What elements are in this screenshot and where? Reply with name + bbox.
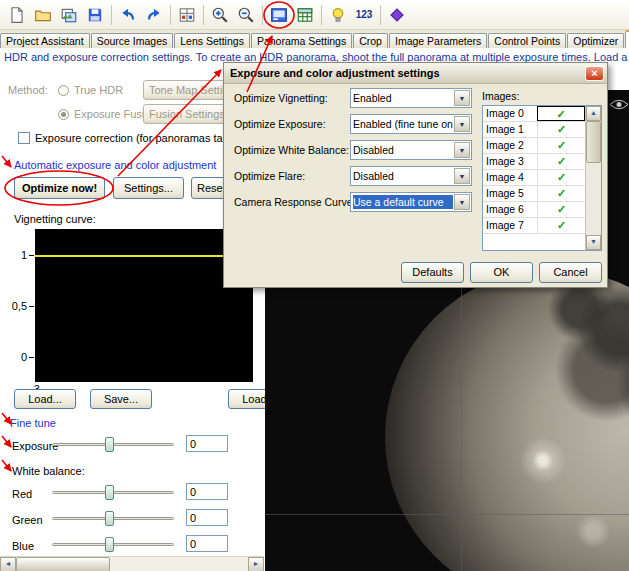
- numeric-values-button[interactable]: 123: [352, 3, 376, 27]
- optimize-vignetting-combo[interactable]: Enabled▼: [350, 88, 472, 108]
- image-list-row[interactable]: Image 6✓: [483, 202, 585, 218]
- images-list[interactable]: Image 0✓ Image 1✓ Image 2✓ Image 3✓ Imag…: [482, 105, 602, 251]
- red-input[interactable]: [186, 483, 228, 500]
- zoom-out-button[interactable]: [234, 3, 258, 27]
- numeric-123-icon: 123: [356, 9, 373, 20]
- image-name: Image 3: [486, 154, 524, 169]
- green-slider-thumb[interactable]: [105, 511, 114, 526]
- image-enabled-cell[interactable]: ✓: [537, 122, 585, 137]
- add-images-button[interactable]: [57, 3, 81, 27]
- red-slider-thumb[interactable]: [105, 485, 114, 500]
- image-enabled-cell[interactable]: ✓: [537, 138, 585, 153]
- horizontal-scrollbar[interactable]: ◄ ►: [0, 556, 264, 571]
- tone-map-settings-button[interactable]: Tone Map Settings...: [143, 80, 227, 100]
- image-enabled-cell[interactable]: ✓: [537, 186, 585, 201]
- image-enabled-cell[interactable]: ✓: [537, 202, 585, 217]
- optimize-white-balance-combo[interactable]: Disabled▼: [350, 140, 472, 160]
- image-enabled-cell[interactable]: ✓: [537, 154, 585, 169]
- new-project-button[interactable]: [5, 3, 29, 27]
- image-list-row[interactable]: Image 3✓: [483, 154, 585, 170]
- image-table-button[interactable]: [175, 3, 199, 27]
- optimize-white-balance-value: Disabled: [353, 143, 453, 157]
- tab-optimizer[interactable]: Optimizer: [567, 33, 624, 48]
- chevron-down-icon[interactable]: ▼: [454, 90, 470, 106]
- chevron-down-icon[interactable]: ▼: [454, 168, 470, 184]
- toolbar-separator: [170, 5, 171, 25]
- image-name: Image 2: [486, 138, 524, 153]
- ok-button[interactable]: OK: [470, 262, 533, 283]
- image-list-row[interactable]: Image 5✓: [483, 186, 585, 202]
- image-name: Image 6: [486, 202, 524, 217]
- images-list-scrollbar[interactable]: ▲ ▼: [585, 106, 601, 250]
- tab-control-points[interactable]: Control Points: [488, 33, 566, 48]
- tab-exposure-hdr[interactable]: Exposure / HDR: [625, 30, 629, 48]
- optimize-now-button[interactable]: Optimize now!: [14, 177, 105, 199]
- optimize-flare-combo[interactable]: Disabled▼: [350, 166, 472, 186]
- chevron-down-icon[interactable]: ▼: [454, 142, 470, 158]
- load-curve-button[interactable]: Load...: [14, 389, 76, 409]
- green-slider[interactable]: [52, 510, 174, 527]
- blue-input[interactable]: [186, 535, 228, 552]
- save-floppy-icon: [86, 6, 104, 24]
- image-name: Image 7: [486, 218, 524, 233]
- fusion-settings-button[interactable]: Fusion Settings...: [143, 104, 227, 124]
- exposure-slider-thumb[interactable]: [105, 437, 114, 452]
- tab-project-assistant[interactable]: Project Assistant: [0, 33, 90, 48]
- image-enabled-cell[interactable]: ✓: [537, 170, 585, 185]
- tab-lens-settings[interactable]: Lens Settings: [174, 33, 250, 48]
- redo-button[interactable]: [142, 3, 166, 27]
- chevron-down-icon[interactable]: ▼: [454, 194, 470, 210]
- undo-button[interactable]: [116, 3, 140, 27]
- scroll-up-button[interactable]: ▲: [586, 106, 601, 121]
- tab-crop[interactable]: Crop: [353, 33, 388, 48]
- settings-button[interactable]: Settings...: [113, 177, 184, 199]
- scroll-right-button[interactable]: ►: [248, 557, 264, 571]
- detail-table-button[interactable]: [293, 3, 317, 27]
- tab-panorama-settings[interactable]: Panorama Settings: [251, 33, 352, 48]
- true-hdr-radio[interactable]: [58, 85, 69, 96]
- image-enabled-cell[interactable]: ✓: [537, 218, 585, 233]
- tab-bar: Project Assistant Source Images Lens Set…: [0, 30, 629, 48]
- exposure-input[interactable]: [186, 435, 228, 452]
- image-enabled-cell[interactable]: ✓: [537, 106, 585, 121]
- tab-image-parameters[interactable]: Image Parameters: [389, 33, 487, 48]
- scrollbar-thumb[interactable]: [586, 121, 601, 163]
- image-list-row[interactable]: Image 0✓: [483, 106, 585, 122]
- image-list-row[interactable]: Image 2✓: [483, 138, 585, 154]
- green-input[interactable]: [186, 509, 228, 526]
- blue-slider[interactable]: [52, 536, 174, 553]
- image-list-row[interactable]: Image 7✓: [483, 218, 585, 234]
- zoom-in-button[interactable]: [208, 3, 232, 27]
- vignetting-ytick-label: 0: [21, 351, 27, 363]
- panorama-editor-button[interactable]: [267, 3, 291, 27]
- optimize-exposure-combo[interactable]: Enabled (fine tune only)▼: [350, 114, 472, 134]
- exposure-correction-checkbox[interactable]: [18, 132, 30, 144]
- horizontal-scrollbar-thumb[interactable]: [16, 557, 110, 571]
- exposure-fusion-radio[interactable]: [58, 109, 69, 120]
- dialog-title: Exposure and color adjustment settings: [224, 63, 607, 84]
- image-list-row[interactable]: Image 4✓: [483, 170, 585, 186]
- white-balance-label: White balance:: [12, 465, 85, 477]
- chevron-down-icon[interactable]: ▼: [454, 116, 470, 132]
- check-icon: ✓: [557, 171, 566, 183]
- toolbar-separator: [203, 5, 204, 25]
- optimize-exposure-label: Optimize Exposure:: [234, 116, 326, 132]
- tab-source-images[interactable]: Source Images: [91, 33, 174, 48]
- red-slider[interactable]: [52, 484, 174, 501]
- assistant-button[interactable]: [326, 3, 350, 27]
- close-icon[interactable]: ×: [585, 66, 604, 81]
- defaults-button[interactable]: Defaults: [401, 262, 464, 283]
- scroll-down-button[interactable]: ▼: [586, 235, 601, 250]
- eye-icon[interactable]: [609, 98, 629, 113]
- image-list-row[interactable]: Image 1✓: [483, 122, 585, 138]
- open-project-button[interactable]: [31, 3, 55, 27]
- scroll-left-button[interactable]: ◄: [0, 557, 16, 571]
- camera-response-curve-combo[interactable]: Use a default curve▼: [350, 192, 472, 212]
- save-curve-button[interactable]: Save...: [90, 389, 152, 409]
- save-project-button[interactable]: [83, 3, 107, 27]
- cancel-button[interactable]: Cancel: [539, 262, 602, 283]
- about-button[interactable]: [385, 3, 409, 27]
- lightbulb-icon: [329, 6, 347, 24]
- exposure-slider[interactable]: [52, 436, 174, 453]
- blue-slider-thumb[interactable]: [105, 537, 114, 552]
